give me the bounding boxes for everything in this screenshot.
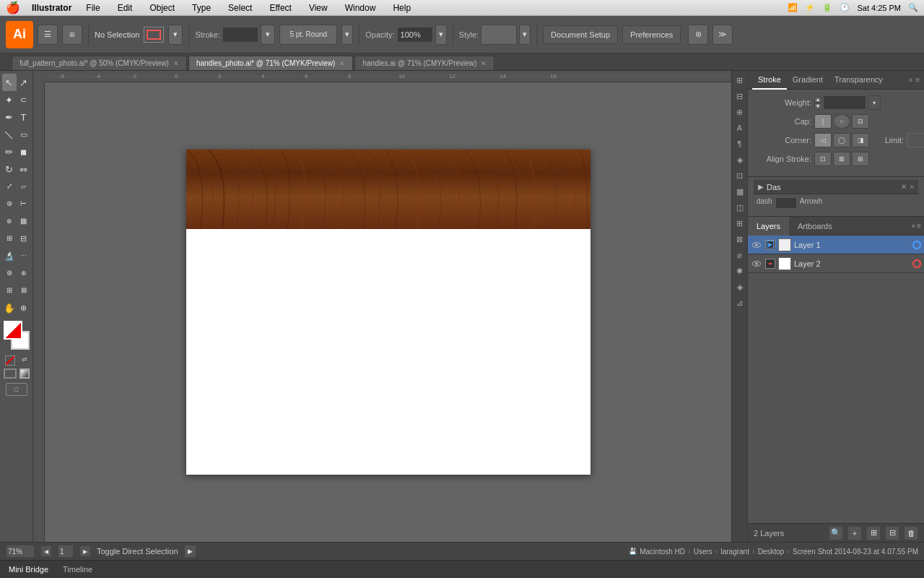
align-inside-btn[interactable]: ⊠ (833, 152, 850, 166)
layer-2-lock[interactable] (765, 259, 775, 269)
brushes-icon[interactable]: ⌀ (733, 249, 746, 262)
layers-add-btn[interactable]: + (847, 526, 862, 540)
layers-expand-icon[interactable]: » (912, 222, 916, 230)
limit-input[interactable] (907, 133, 924, 147)
char-style-icon[interactable]: A (733, 121, 746, 134)
menu-select[interactable]: Select (225, 3, 255, 13)
opacity-input[interactable] (397, 27, 433, 43)
column-btn[interactable]: ⊕ (2, 212, 17, 230)
blend-btn[interactable]: ⋯ (17, 247, 31, 264)
layers-tab[interactable]: Layers (748, 217, 789, 236)
symbols-icon[interactable]: ✺ (733, 264, 746, 277)
grid-view-btn[interactable]: ⊞ (62, 25, 82, 45)
tab-1-close[interactable]: ✕ (173, 60, 179, 67)
magic-wand-btn[interactable]: ✦ (2, 91, 17, 108)
gradient-tab[interactable]: Gradient (787, 71, 829, 90)
layers-panel-btn4[interactable]: ⊟ (885, 526, 899, 540)
mini-bridge-tab[interactable]: Mini Bridge (6, 565, 51, 574)
symbol-btn[interactable]: ⊛ (2, 264, 17, 282)
menu-effect[interactable]: Effect (266, 3, 294, 13)
transform-icon[interactable]: ⊞ (733, 74, 746, 87)
pencil-btn[interactable]: ✏ (2, 143, 17, 160)
page-input[interactable] (58, 545, 74, 558)
tab-3[interactable]: handles.ai @ 71% (CMYK/Preview) ✕ (354, 56, 494, 70)
arrange-btn[interactable]: ⊛ (688, 25, 708, 45)
dash-expand-icon[interactable]: ▶ (758, 183, 764, 191)
symbol-tools-btn[interactable]: ⊕ (17, 264, 31, 282)
direct-select-btn[interactable]: ↗ (17, 74, 31, 91)
menu-type[interactable]: Type (189, 3, 214, 13)
stroke-input[interactable] (222, 27, 258, 43)
type-btn[interactable]: T (17, 108, 31, 126)
free-transform-btn[interactable]: ⊞ (2, 282, 17, 299)
pen-btn[interactable]: ✒ (2, 108, 17, 126)
graphic-styles-icon[interactable]: ⊞ (733, 217, 746, 230)
timeline-tab[interactable]: Timeline (60, 565, 95, 574)
slice-btn[interactable]: ⊟ (17, 230, 31, 247)
weight-down[interactable]: ▼ (814, 103, 821, 109)
eyedropper-btn[interactable]: 🔬 (2, 247, 17, 264)
dash-input[interactable] (775, 197, 797, 209)
transparency-tab[interactable]: Transparency (829, 71, 889, 90)
layer-2-vis[interactable] (751, 258, 762, 269)
workspace-switcher[interactable]: ☰ (38, 25, 58, 45)
gradient-mode-btn[interactable] (19, 368, 30, 379)
cap-butt-btn[interactable]: | (814, 114, 832, 129)
panel-tab-arrow[interactable]: » (909, 76, 913, 84)
zoom-btn[interactable]: ⊕ (17, 299, 31, 316)
opentype-icon[interactable]: ◈ (733, 153, 746, 166)
style-display[interactable] (481, 25, 517, 45)
gradient-right-icon[interactable]: ▦ (733, 185, 746, 198)
cap-projecting-btn[interactable]: ⊟ (852, 114, 869, 129)
layer-row-2[interactable]: Layer 2 (748, 254, 924, 273)
panel-menu-icon[interactable]: ≡ (915, 76, 920, 84)
more-options-btn[interactable]: ≫ (712, 25, 733, 45)
weight-unit-dropdown[interactable]: ▾ (868, 95, 881, 110)
style-dropdown[interactable]: ▾ (519, 25, 531, 45)
color-right-icon[interactable]: ◈ (733, 280, 746, 293)
reflect-btn[interactable]: ⇔ (17, 160, 31, 178)
warp-btn[interactable]: ⊛ (2, 195, 17, 212)
width-btn[interactable]: ⊢ (17, 195, 31, 212)
layers-delete-btn[interactable]: 🗑 (904, 526, 918, 540)
toggle-btn[interactable]: ▶ (184, 545, 196, 558)
tab-2-close[interactable]: ✕ (339, 60, 345, 67)
stroke-color-options[interactable]: ▾ (168, 25, 183, 45)
weight-stepper[interactable]: ▲ ▼ (814, 97, 821, 109)
perspective-btn[interactable]: ⊠ (17, 282, 31, 299)
weight-up[interactable]: ▲ (814, 97, 821, 103)
screen-mode-btn[interactable]: □ (6, 383, 27, 396)
layers-panel-btn3[interactable]: ⊞ (866, 526, 881, 540)
menu-view[interactable]: View (306, 3, 331, 13)
tab-1[interactable]: full_pattern_photo.ai* @ 50% (CMYK/Previ… (12, 56, 187, 70)
search-icon[interactable]: 🔍 (908, 3, 918, 12)
fill-mode-btn[interactable] (4, 368, 17, 379)
stroke-right-icon[interactable]: ⊡ (733, 169, 746, 182)
dash-close-icon[interactable]: ✕ (901, 183, 907, 191)
menu-file[interactable]: File (83, 3, 103, 13)
rotate-btn[interactable]: ↻ (2, 160, 17, 178)
menu-object[interactable]: Object (147, 3, 178, 13)
line-btn[interactable]: — (2, 126, 17, 143)
rect-btn[interactable]: ▭ (17, 126, 31, 143)
layers-menu-icon[interactable]: ≡ (917, 222, 921, 230)
layer-row-1[interactable]: ▶ Layer 1 (748, 236, 924, 254)
swatches-icon[interactable]: ⊠ (733, 233, 746, 246)
page-prev-btn[interactable]: ◀ (40, 545, 52, 557)
menu-help[interactable]: Help (390, 3, 414, 13)
artboard-btn[interactable]: ⊞ (2, 230, 17, 247)
stroke-round-dropdown[interactable]: ▾ (341, 25, 353, 45)
menu-window[interactable]: Window (342, 3, 379, 13)
menu-edit[interactable]: Edit (115, 3, 136, 13)
lasso-btn[interactable]: ⊂ (17, 91, 31, 108)
para-style-icon[interactable]: ¶ (733, 137, 746, 150)
layer-1-lock[interactable]: ▶ (765, 240, 775, 250)
align-center-btn[interactable]: ⊡ (814, 152, 832, 166)
align-icon[interactable]: ⊟ (733, 90, 746, 103)
stroke-dropdown[interactable]: ▾ (261, 25, 275, 45)
doc-setup-button[interactable]: Document Setup (543, 25, 618, 44)
none-icon[interactable] (5, 355, 15, 366)
app-name-menu[interactable]: Illustrator (32, 3, 71, 13)
hand-btn[interactable]: ✋ (2, 299, 17, 316)
apple-menu[interactable]: 🍎 (6, 1, 20, 14)
